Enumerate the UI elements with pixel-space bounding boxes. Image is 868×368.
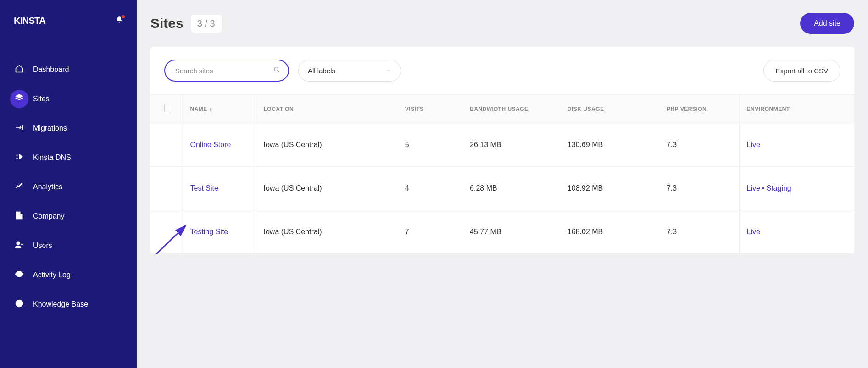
sidebar-item-activity[interactable]: Activity Log [0, 260, 137, 290]
cell-php: 7.3 [659, 123, 739, 167]
column-bandwidth: BANDWIDTH USAGE [470, 106, 529, 112]
sidebar-item-label: Sites [33, 95, 50, 103]
select-all-checkbox[interactable] [164, 104, 172, 112]
site-name-link[interactable]: Testing Site [190, 228, 228, 236]
cell-visits: 7 [398, 210, 462, 254]
cell-visits: 4 [398, 167, 462, 210]
help-icon [15, 299, 24, 310]
cell-env: Live•Staging [739, 167, 854, 210]
notification-dot [122, 15, 125, 18]
sidebar-item-label: Users [33, 242, 52, 250]
export-csv-button[interactable]: Export all to CSV [763, 60, 840, 82]
labels-select[interactable]: All labels [298, 60, 401, 82]
sidebar-item-label: Activity Log [33, 271, 71, 279]
svg-point-5 [274, 67, 278, 71]
column-visits: VISITS [405, 106, 424, 112]
cell-disk: 108.92 MB [560, 167, 659, 210]
layers-icon [15, 93, 24, 104]
sidebar-item-dns[interactable]: Kinsta DNS [0, 143, 137, 172]
add-site-button[interactable]: Add site [800, 13, 854, 34]
cell-disk: 130.69 MB [560, 123, 659, 167]
cell-bandwidth: 26.13 MB [462, 123, 560, 167]
sidebar-item-users[interactable]: Users [0, 231, 137, 260]
eye-icon [15, 269, 24, 280]
cell-visits: 5 [398, 123, 462, 167]
sort-asc-icon: ↑ [209, 106, 212, 112]
svg-point-3 [18, 273, 21, 275]
cell-bandwidth: 45.77 MB [462, 210, 560, 254]
table-row: Testing SiteIowa (US Central)745.77 MB16… [150, 210, 854, 254]
cell-disk: 168.02 MB [560, 210, 659, 254]
dns-icon [15, 152, 24, 163]
column-name[interactable]: NAME [190, 106, 207, 112]
column-env: ENVIRONMENT [747, 106, 790, 112]
sidebar-item-dashboard[interactable]: Dashboard [0, 55, 137, 84]
main-content: Sites 3 / 3 Add site All labels [137, 0, 868, 368]
sidebar-item-knowledge[interactable]: Knowledge Base [0, 290, 137, 319]
users-icon [15, 240, 24, 251]
cell-location: Iowa (US Central) [256, 123, 398, 167]
sidebar-item-label: Dashboard [33, 66, 69, 74]
brand-logo: KINSTA [14, 14, 64, 27]
cell-location: Iowa (US Central) [256, 167, 398, 210]
cell-php: 7.3 [659, 210, 739, 254]
notifications-bell-icon[interactable] [116, 16, 123, 25]
sidebar-item-migrations[interactable]: Migrations [0, 114, 137, 143]
table-row: Online StoreIowa (US Central)526.13 MB13… [150, 123, 854, 167]
page-title: Sites [150, 16, 184, 31]
sites-card: All labels Export all to CSV NAME↑ LOCAT… [150, 47, 854, 254]
cell-env: Live [739, 123, 854, 167]
env-link[interactable]: Live [747, 184, 760, 192]
labels-select-value: All labels [308, 67, 335, 75]
env-link[interactable]: Live [747, 141, 760, 148]
svg-rect-1 [16, 212, 20, 219]
site-name-link[interactable]: Online Store [190, 141, 231, 148]
sidebar-item-sites[interactable]: Sites [0, 84, 137, 114]
svg-point-2 [17, 242, 20, 245]
home-icon [15, 64, 24, 75]
migrate-icon [15, 123, 24, 134]
cell-location: Iowa (US Central) [256, 210, 398, 254]
column-location: LOCATION [264, 106, 294, 112]
table-row: Test SiteIowa (US Central)46.28 MB108.92… [150, 167, 854, 210]
sidebar-item-label: Analytics [33, 183, 62, 191]
search-input[interactable] [164, 60, 289, 82]
site-count-badge: 3 / 3 [191, 15, 222, 33]
sidebar-item-company[interactable]: Company [0, 202, 137, 231]
column-php: PHP VERSION [667, 106, 707, 112]
site-name-link[interactable]: Test Site [190, 184, 218, 192]
sidebar-item-label: Knowledge Base [33, 300, 88, 308]
cell-php: 7.3 [659, 167, 739, 210]
sidebar-item-label: Kinsta DNS [33, 154, 71, 162]
sidebar-item-label: Company [33, 212, 64, 220]
analytics-icon [15, 181, 24, 192]
cell-bandwidth: 6.28 MB [462, 167, 560, 210]
building-icon [15, 211, 24, 222]
column-disk: DISK USAGE [568, 106, 604, 112]
sidebar-item-label: Migrations [33, 124, 67, 132]
env-link[interactable]: Staging [766, 184, 791, 192]
search-icon [273, 66, 280, 75]
sites-table: NAME↑ LOCATION VISITS BANDWIDTH USAGE DI… [150, 94, 854, 254]
svg-text:KINSTA: KINSTA [14, 16, 46, 26]
env-link[interactable]: Live [747, 228, 760, 236]
sidebar-nav: Dashboard Sites Migrations Kinsta DNS An… [0, 41, 137, 319]
chevron-down-icon [386, 67, 391, 75]
sidebar-item-analytics[interactable]: Analytics [0, 172, 137, 202]
sidebar: KINSTA Dashboard Sites Migrations [0, 0, 137, 368]
cell-env: Live [739, 210, 854, 254]
